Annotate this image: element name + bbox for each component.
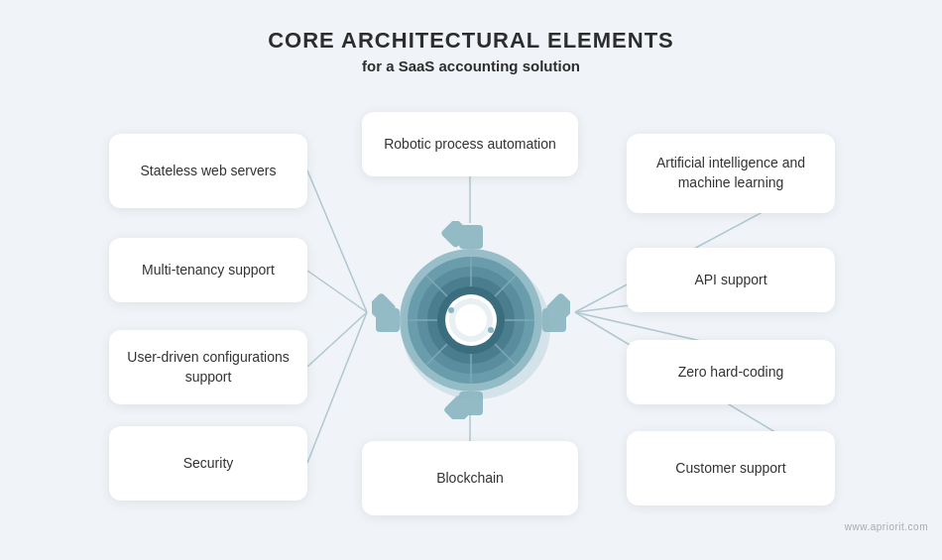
- svg-line-0: [307, 170, 367, 312]
- gear-svg: [372, 221, 570, 419]
- card-zero-hard-coding: Zero hard-coding: [627, 340, 835, 404]
- header: CORE ARCHITECTURAL ELEMENTS for a SaaS a…: [0, 0, 942, 84]
- card-customer-support: Customer support: [627, 431, 835, 505]
- card-blockchain: Blockchain: [362, 441, 578, 515]
- svg-line-3: [307, 312, 367, 463]
- card-robotic-process-automation: Robotic process automation: [362, 112, 578, 176]
- diagram: Stateless web servers Multi-tenancy supp…: [0, 84, 942, 540]
- gear-graphic: [372, 221, 570, 419]
- card-user-driven-configurations: User-driven configurations support: [109, 330, 307, 404]
- card-api-support: API support: [627, 248, 835, 312]
- card-stateless-web-servers: Stateless web servers: [109, 134, 307, 208]
- card-multitenancy-support: Multi-tenancy support: [109, 238, 307, 302]
- svg-point-35: [448, 307, 454, 313]
- svg-point-36: [488, 327, 494, 333]
- card-security: Security: [109, 426, 307, 501]
- svg-point-26: [455, 304, 487, 336]
- watermark: www.apriorit.com: [845, 521, 928, 532]
- page-title: CORE ARCHITECTURAL ELEMENTS: [0, 28, 942, 54]
- svg-line-2: [307, 312, 367, 367]
- svg-line-1: [307, 271, 367, 312]
- page-subtitle: for a SaaS accounting solution: [0, 57, 942, 74]
- card-ai-machine-learning: Artificial intelligence and machine lear…: [627, 134, 835, 213]
